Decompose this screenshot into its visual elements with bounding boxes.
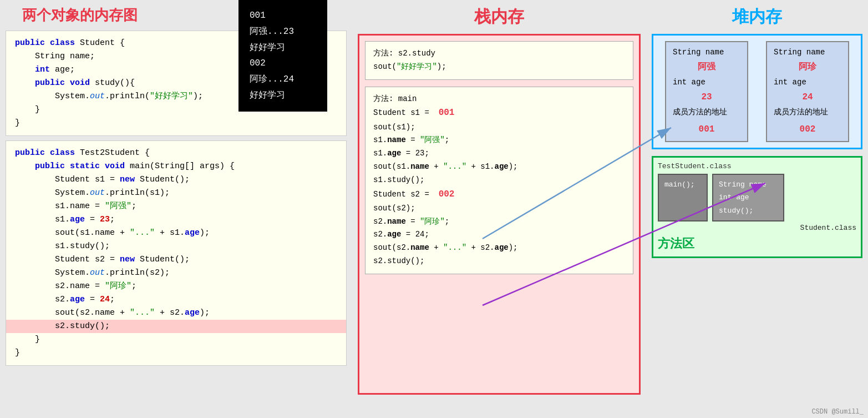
- age-value-1: 23: [673, 89, 740, 105]
- right-panel: 堆内存 String name 阿强 int age 23 成员方法的地址 00…: [646, 0, 868, 418]
- code-line: s2.name = "阿珍";: [15, 280, 337, 293]
- name-value-1: 阿强: [673, 59, 740, 75]
- code-line: s1.study();: [15, 240, 337, 253]
- stack-title: 栈内存: [352, 6, 646, 28]
- tooltip-line-6: 好好学习: [250, 88, 316, 104]
- code-line: }: [15, 333, 337, 346]
- frame-line: Student s1 = 001: [373, 105, 625, 120]
- method-area: TestStudent.class main(); String name in…: [652, 156, 862, 258]
- code-line: System.out.println(s1);: [15, 187, 337, 200]
- code-line: System.out.println(s2);: [15, 266, 337, 280]
- heap-title: 堆内存: [652, 6, 862, 28]
- test-student-class-code: public class Test2Student { public stati…: [6, 140, 347, 366]
- code-line: sout(s2.name + "..." + s2.age);: [15, 306, 337, 320]
- code-line: public static void main(String[] args) {: [15, 160, 337, 173]
- addr-1: 001: [673, 122, 740, 138]
- field-int-age: int age: [673, 75, 740, 89]
- heap-object-1: String name 阿强 int age 23 成员方法的地址 001: [665, 41, 748, 142]
- frame-line: s2.age = 24;: [373, 228, 625, 241]
- field-string-name: String name: [673, 46, 740, 59]
- frame-line: s1.name = "阿强";: [373, 134, 625, 147]
- student-class-label: Student.class: [658, 224, 856, 232]
- tooltip-popup: 001 阿强...23 好好学习 002 阿珍...24 好好学习: [238, 0, 327, 112]
- heap-objects-container: String name 阿强 int age 23 成员方法的地址 001 St…: [659, 41, 855, 142]
- frame-label: 方法: s2.study: [373, 47, 625, 61]
- frame-code: sout("好好学习");: [373, 61, 625, 74]
- tooltip-line-2: 阿强...23: [250, 24, 316, 40]
- student-method-box: String name int age study();: [712, 174, 784, 221]
- frame-line: s2.name = "阿珍";: [373, 215, 625, 229]
- method-addr-label-1: 成员方法的地址: [673, 105, 740, 119]
- code-line: s1.age = 23;: [15, 213, 337, 226]
- main-method-box: main();: [658, 174, 708, 221]
- code-line: s2.age = 24;: [15, 293, 337, 306]
- code-line: s1.name = "阿强";: [15, 200, 337, 213]
- stack-memory: 方法: s2.study sout("好好学习"); 方法: main Stud…: [358, 34, 641, 395]
- frame-line: sout(s2);: [373, 202, 625, 215]
- code-line: public class Test2Student {: [15, 147, 337, 160]
- frame-line: 方法: main: [373, 93, 625, 106]
- watermark: CSDN @Sumill_: [811, 408, 864, 416]
- frame-line: sout(s1);: [373, 121, 625, 134]
- tooltip-line-1: 001: [250, 8, 316, 24]
- tooltip-line-5: 阿珍...24: [250, 72, 316, 88]
- heap-memory: String name 阿强 int age 23 成员方法的地址 001 St…: [652, 34, 862, 149]
- stack-frame-s2-study: 方法: s2.study sout("好好学习");: [365, 41, 633, 80]
- method-area-title: 方法区: [658, 235, 856, 252]
- method-classes-container: main(); String name int age study();: [658, 174, 856, 221]
- frame-line: s2.study();: [373, 255, 625, 268]
- field-string-name-2: String name: [774, 46, 841, 59]
- code-line: }: [15, 346, 337, 360]
- frame-line: sout(s2.name + "..." + s2.age);: [373, 241, 625, 255]
- method-addr-label-2: 成员方法的地址: [774, 105, 841, 119]
- field-int-age-2: int age: [774, 75, 841, 89]
- code-line: Student s2 = new Student();: [15, 253, 337, 266]
- code-line: }: [15, 117, 337, 130]
- method-area-header: TestStudent.class: [658, 162, 856, 170]
- stack-frame-main: 方法: main Student s1 = 001 sout(s1); s1.n…: [365, 87, 633, 274]
- tooltip-line-3: 好好学习: [250, 40, 316, 56]
- frame-line: Student s2 = 002: [373, 187, 625, 202]
- tooltip-line-4: 002: [250, 56, 316, 72]
- name-value-2: 阿珍: [774, 59, 841, 75]
- addr-2: 002: [774, 122, 841, 138]
- code-line: Student s1 = new Student();: [15, 173, 337, 187]
- code-line-highlight: s2.study();: [6, 320, 346, 333]
- heap-object-2: String name 阿珍 int age 24 成员方法的地址 002: [766, 41, 849, 142]
- main-container: 两个对象的内存图 public class Student { String n…: [0, 0, 868, 418]
- frame-line: s1.age = 23;: [373, 147, 625, 160]
- middle-panel: 栈内存 方法: s2.study sout("好好学习"); 方法: main …: [352, 0, 646, 418]
- age-value-2: 24: [774, 89, 841, 105]
- frame-line: sout(s1.name + "..." + s1.age);: [373, 160, 625, 174]
- frame-line: s1.study();: [373, 174, 625, 187]
- code-line: sout(s1.name + "..." + s1.age);: [15, 226, 337, 240]
